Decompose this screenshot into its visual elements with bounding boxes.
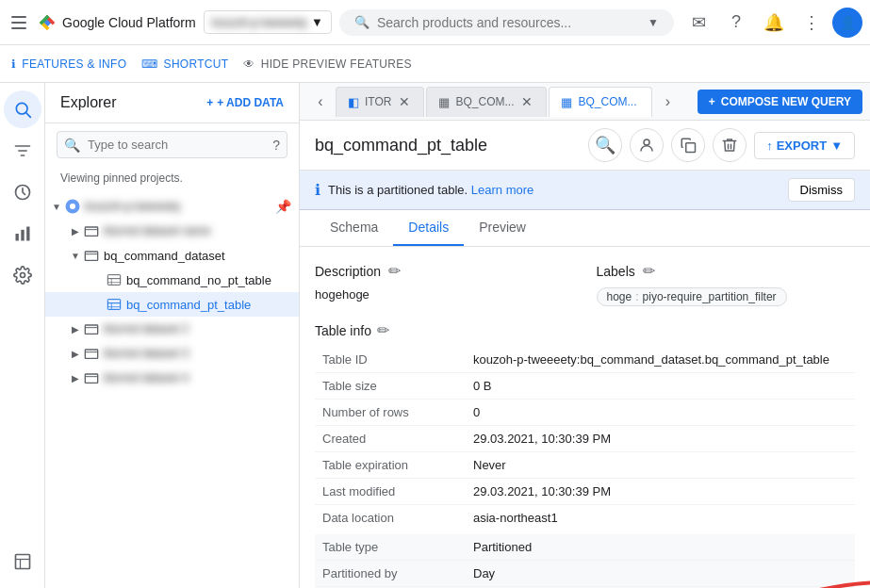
- partitioned-table: Table type Partitioned Partitioned by Da…: [315, 534, 855, 588]
- explorer-search-input[interactable]: [57, 131, 287, 158]
- tab-bq1-close[interactable]: ✕: [519, 94, 534, 109]
- features-info-button[interactable]: ℹ FEATURES & INFO: [11, 57, 126, 71]
- top-nav: Google Cloud Platform kouzoh-p-tweeeety …: [0, 0, 870, 45]
- labels-chips: hoge : piyo-require_partition_filter: [597, 287, 856, 306]
- row-key-table-id: Table ID: [315, 347, 466, 373]
- project-selector[interactable]: kouzoh-p-tweeeety ▼: [204, 10, 332, 34]
- eye-slash-icon: 👁: [243, 57, 254, 71]
- export-button[interactable]: ↑ EXPORT ▼: [754, 132, 855, 159]
- table-header: bq_command_pt_table 🔍 ↑ EXPORT ▼: [300, 121, 870, 171]
- tree-bq-no-pt-table[interactable]: bq_command_no_pt_table: [45, 268, 299, 292]
- tab-bq2[interactable]: ▦ BQ_COM...: [549, 87, 652, 117]
- tree-blurred-item-3[interactable]: ▶ blurred dataset 3: [45, 341, 299, 366]
- row-key-part-by: Partitioned by: [315, 561, 466, 587]
- pin-icon: 📌: [275, 199, 291, 214]
- compose-query-button[interactable]: + COMPOSE NEW QUERY: [698, 90, 862, 114]
- table-share-button[interactable]: [630, 128, 664, 162]
- table-title: bq_command_pt_table: [315, 136, 577, 155]
- tab-prev-button[interactable]: ‹: [307, 89, 334, 115]
- search-input[interactable]: [377, 15, 640, 30]
- notifications-icon-button[interactable]: 🔔: [757, 6, 791, 40]
- more-options-icon-button[interactable]: ⋮: [795, 6, 829, 40]
- table-info-title: Table info ✏: [315, 321, 855, 339]
- row-val-table-size: 0 B: [466, 373, 855, 400]
- svg-rect-3: [15, 234, 18, 241]
- blurred-label-3: blurred dataset 3: [104, 347, 291, 360]
- tree-toggle-b2[interactable]: ▶: [68, 321, 83, 336]
- dataset-icon: [83, 247, 100, 264]
- table-icon-no-pt: [106, 271, 123, 288]
- tab-next-button[interactable]: ›: [654, 89, 681, 115]
- search-wrap: 🔍 ?: [57, 131, 287, 158]
- blurred-label-2: blurred dataset 2: [104, 322, 291, 335]
- table-copy-button[interactable]: [671, 128, 705, 162]
- table-row: Table expiration Never: [315, 452, 855, 479]
- sidebar-icon-analytics[interactable]: [4, 215, 41, 253]
- table-info-section: Table info ✏ Table ID kouzoh-p-tweeeety:…: [315, 321, 855, 588]
- tabs-bar: ‹ ◧ ITOR ✕ ▦ BQ_COM... ✕ ▦ BQ_COM... › +: [300, 83, 870, 121]
- tab-details[interactable]: Details: [393, 210, 464, 246]
- tab-editor-close[interactable]: ✕: [397, 94, 412, 109]
- row-val-table-type: Partitioned: [466, 534, 855, 561]
- add-data-button[interactable]: + + ADD DATA: [206, 96, 284, 109]
- tree-toggle-b3[interactable]: ▶: [68, 346, 83, 361]
- tab-preview[interactable]: Preview: [464, 210, 541, 246]
- sidebar-icon-search[interactable]: [4, 90, 41, 128]
- compose-plus-icon: +: [709, 95, 715, 108]
- info-banner: ℹ This is a partitioned table. Learn mor…: [300, 171, 870, 210]
- tree-toggle-root[interactable]: ▼: [49, 199, 64, 214]
- details-content: Description ✏ hogehoge Labels ✏ hoge :: [300, 247, 870, 588]
- help-icon-button[interactable]: ?: [719, 6, 753, 40]
- tree-bq-pt-table[interactable]: bq_command_pt_table: [45, 292, 299, 317]
- description-edit-icon[interactable]: ✏: [388, 262, 401, 280]
- tab-bq1-icon: ▦: [438, 95, 450, 109]
- tree-bq-command-dataset[interactable]: ▼ bq_command_dataset: [45, 243, 299, 268]
- table-row: Data location asia-northeast1: [315, 505, 855, 531]
- avatar[interactable]: 👤: [832, 8, 862, 38]
- row-val-num-rows: 0: [466, 400, 855, 426]
- sidebar-icon-table[interactable]: [4, 543, 41, 580]
- tab-bq1[interactable]: ▦ BQ_COM... ✕: [426, 87, 547, 117]
- sidebar-icon-history[interactable]: [4, 173, 41, 211]
- hide-preview-button[interactable]: 👁 HIDE PREVIEW FEATURES: [243, 57, 411, 71]
- row-key-num-rows: Number of rows: [315, 400, 466, 426]
- table-info-edit-icon[interactable]: ✏: [377, 321, 389, 339]
- details-grid: Description ✏ hogehoge Labels ✏ hoge :: [315, 262, 855, 306]
- tree-project-root[interactable]: ▼ kouzoh-p-tweeeety 📌: [45, 194, 299, 219]
- svg-rect-4: [21, 230, 24, 241]
- table-search-button[interactable]: 🔍: [588, 128, 622, 162]
- labels-edit-icon[interactable]: ✏: [643, 262, 655, 280]
- learn-more-link[interactable]: Learn more: [471, 183, 533, 197]
- menu-button[interactable]: [8, 11, 30, 34]
- tree-toggle-b1[interactable]: ▶: [68, 223, 83, 238]
- shortcut-button[interactable]: ⌨ SHORTCUT: [141, 57, 228, 71]
- help-icon[interactable]: ?: [272, 138, 280, 153]
- tab-schema[interactable]: Schema: [315, 210, 393, 246]
- mail-icon-button[interactable]: ✉: [681, 6, 715, 40]
- description-value: hogehoge: [315, 287, 574, 302]
- row-val-part-by: Day: [466, 561, 855, 587]
- blurred-label-4: blurred dataset 4: [104, 371, 291, 384]
- tree-blurred-item-4[interactable]: ▶ blurred dataset 4: [45, 366, 299, 390]
- sidebar-icons: [0, 83, 45, 588]
- tree-toggle-b4[interactable]: ▶: [68, 370, 83, 385]
- sidebar-icon-settings[interactable]: [4, 256, 41, 294]
- viewing-text: Viewing pinned projects.: [45, 166, 299, 190]
- row-val-expiration: Never: [466, 452, 855, 479]
- svg-rect-31: [686, 143, 696, 153]
- tab-editor[interactable]: ◧ ITOR ✕: [336, 87, 424, 117]
- explorer-header: Explorer + + ADD DATA: [45, 83, 299, 123]
- row-val-last-modified: 29.03.2021, 10:30:39 PM: [466, 479, 855, 505]
- header-actions: 🔍 ↑ EXPORT ▼: [588, 128, 855, 162]
- tree-toggle-dataset[interactable]: ▼: [68, 248, 83, 263]
- tree-blurred-item-1[interactable]: ▶ blurred dataset name: [45, 219, 299, 243]
- explorer-title: Explorer: [60, 94, 117, 111]
- tree-blurred-item-2[interactable]: ▶ blurred dataset 2: [45, 317, 299, 341]
- keyboard-icon: ⌨: [141, 57, 157, 71]
- dismiss-button[interactable]: Dismiss: [788, 178, 856, 202]
- global-search-bar[interactable]: 🔍 ▼: [339, 9, 674, 36]
- table-delete-button[interactable]: [713, 128, 747, 162]
- project-label: kouzoh-p-tweeeety: [85, 200, 275, 213]
- sidebar-icon-filter[interactable]: [4, 132, 41, 170]
- blurred-label-1: blurred dataset name: [104, 224, 291, 237]
